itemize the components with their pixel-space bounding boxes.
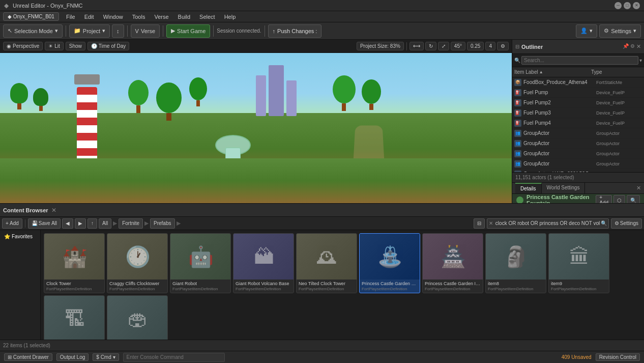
project-button[interactable]: 📁 Project ▾ (69, 24, 110, 38)
search-actor-btn[interactable]: 🔍 (627, 195, 640, 203)
cb-close-icon[interactable]: ✕ (51, 207, 56, 214)
time-of-day-button[interactable]: 🕐 Time of Day (87, 42, 130, 50)
show-button[interactable]: Show (66, 42, 85, 50)
cb-item[interactable]: ⛲ Princess Castle Garden Fountain FortPl… (359, 233, 420, 293)
scale-btn[interactable]: ⤢ (438, 42, 449, 50)
cb-item-info: item8 FortPlaysetItemDefinition (486, 280, 546, 293)
tab-world-settings[interactable]: World Settings (542, 183, 586, 193)
cb-search-clear-icon[interactable]: ✕ (489, 220, 493, 226)
cb-all-button[interactable]: All (99, 218, 111, 229)
cb-add-button[interactable]: + Add (2, 218, 22, 229)
cb-item[interactable]: 🏰 Clock Tower FortPlaysetItemDefinition (44, 233, 105, 293)
cb-gear-icon: ⚙ (614, 220, 619, 226)
output-log-button[interactable]: Output Log (56, 353, 89, 361)
project-dropdown-icon: ▾ (102, 27, 105, 34)
menu-help[interactable]: Help (220, 13, 240, 21)
cb-up-button[interactable]: ↑ (87, 218, 97, 229)
outliner-search-input[interactable] (521, 56, 638, 65)
outliner-settings-icon[interactable]: ⚙ (630, 43, 635, 50)
snap-translate[interactable]: 0.25 (467, 42, 484, 50)
menu-tools[interactable]: Tools (128, 13, 150, 21)
cb-search-dropdown-icon[interactable]: ▾ (598, 221, 600, 226)
snap-rotate[interactable]: 45° (451, 42, 465, 50)
lit-button[interactable]: ☀ Lit (45, 42, 64, 50)
menu-edit[interactable]: Edit (80, 13, 98, 21)
start-game-button[interactable]: ▶ Start Game (166, 24, 210, 38)
outliner-pin-icon[interactable]: 📌 (623, 43, 629, 50)
translate-btn[interactable]: ⟷ (409, 42, 424, 50)
cb-item[interactable]: 🏯 Princess Castle Garden Intersection Fo… (422, 233, 483, 293)
cb-item[interactable]: 🕐 Craggy Cliffs Clocktower FortPlaysetIt… (107, 233, 168, 293)
outliner-item[interactable]: ⛽ Fuel Pump4 Device_FuelP (512, 118, 644, 128)
menu-verse[interactable]: Verse (150, 13, 172, 21)
cb-item[interactable]: 🕰 Neo Tilted Clock Tower FortPlaysetItem… (296, 233, 357, 293)
project-size-indicator[interactable]: Project Size: 83% (357, 42, 404, 50)
cb-settings-button[interactable]: ⚙ Settings (611, 218, 642, 229)
cb-item[interactable]: 🏔 Giant Robot Volcano Base FortPlaysetIt… (233, 233, 294, 293)
cb-item[interactable]: 🏛 item9 FortPlaysetItemDefinition (548, 233, 609, 293)
cb-back-button[interactable]: ◀ (62, 218, 73, 229)
cb-item-icon: ⛲ (377, 245, 403, 269)
outliner-search-bar: 🔍 ▾ (512, 54, 644, 67)
outliner-item[interactable]: 📦 FoodBox_Produce_Athena4 FortStaticMe (512, 77, 644, 88)
push-changes-button[interactable]: ↑ Push Changes : (268, 24, 322, 38)
menu-select[interactable]: Select (195, 13, 219, 21)
perspective-button[interactable]: ◉ Perspective (3, 42, 43, 50)
cb-item[interactable]: 🏗 item10 FortPlaysetItemDefinition (44, 295, 105, 340)
item-type-icon: 👥 (514, 130, 521, 137)
outliner-close-icon[interactable]: ✕ (636, 43, 641, 50)
cb-item-info: Giant Robot FortPlaysetItemDefinition (170, 280, 230, 293)
maximize-button[interactable]: □ (624, 2, 631, 9)
console-input[interactable] (123, 353, 225, 362)
cb-filter-button[interactable]: ⊟ (474, 218, 485, 229)
menu-file[interactable]: File (62, 13, 79, 21)
outliner-item[interactable]: 👥 GroupActor GroupActor (512, 128, 644, 138)
outliner-item[interactable]: ⛽ Fuel Pump Device_FuelP (512, 88, 644, 98)
revision-control-button[interactable]: Revision Control (596, 353, 640, 361)
outliner-title: Outliner (521, 44, 543, 50)
blueprint-icon-btn[interactable]: ⬡ (613, 195, 625, 203)
details-close-icon[interactable]: ✕ (636, 185, 641, 191)
item-type-label: FortStaticMe (596, 80, 642, 85)
cb-fortnite-button[interactable]: Fortnite (119, 218, 143, 229)
tab-details[interactable]: Details (515, 183, 542, 193)
add-component-button[interactable]: + Add (596, 195, 612, 203)
transform-button[interactable]: ↕ (112, 24, 124, 38)
cb-forward-button[interactable]: ▶ (75, 218, 86, 229)
cb-item[interactable]: 🏟 item11 FortPlaysetItemDefinition (107, 295, 168, 340)
outliner-item[interactable]: ⛽ Fuel Pump3 Device_FuelP (512, 108, 644, 118)
title-bar-text: Unreal Editor - Onyx_FNMC (13, 3, 83, 9)
push-icon: ↑ (273, 28, 276, 34)
outliner-item[interactable]: 👥 GroupActor GroupActor (512, 138, 644, 149)
minimize-button[interactable]: ─ (614, 2, 622, 9)
verse-button[interactable]: V Verse (131, 24, 160, 38)
cb-search-input[interactable] (487, 218, 609, 229)
item-type-label: GroupActor (596, 161, 642, 166)
cmd-button[interactable]: $ Cmd ▾ (93, 353, 119, 361)
viewport-area: ◉ Perspective ☀ Lit Show 🕐 Time of Day P… (0, 40, 512, 203)
menu-window[interactable]: Window (99, 13, 127, 21)
cb-sidebar-favorites[interactable]: ⭐ Favorites (2, 232, 38, 241)
cb-item[interactable]: 🤖 Giant Robot FortPlaysetItemDefinition (170, 233, 231, 293)
menu-build[interactable]: Build (174, 13, 194, 21)
cb-save-all-button[interactable]: 💾 Save All (28, 218, 61, 229)
outliner-filter-icon[interactable]: ▾ (639, 58, 642, 63)
snap-size[interactable]: 4 (485, 42, 495, 50)
outliner-item[interactable]: 👥 GroupActor GroupActor (512, 149, 644, 159)
viewport-canvas[interactable] (0, 53, 512, 203)
selection-mode-button[interactable]: ↖ Selection Mode ▾ (3, 24, 63, 38)
camera-settings[interactable]: ⚙ (497, 42, 509, 50)
item-type-label: GroupActor (596, 141, 642, 146)
settings-button[interactable]: ⚙ Settings ▾ (599, 24, 641, 38)
users-button[interactable]: 👤 ▾ (576, 24, 597, 38)
rotate-btn[interactable]: ↻ (425, 42, 436, 50)
cb-prefabs-button[interactable]: Prefabs (150, 218, 174, 229)
outliner-item[interactable]: ⛽ Fuel Pump2 Device_FuelP (512, 98, 644, 108)
item-type-icon: 👥 (514, 140, 521, 147)
outliner-item[interactable]: 👥 GroupActor GroupActor (512, 159, 644, 169)
cb-item-icon: 🏟 (128, 308, 148, 330)
close-button[interactable]: ✕ (633, 2, 640, 9)
ground-foreground (0, 158, 512, 204)
content-drawer-button[interactable]: ⊞ Content Drawer (4, 353, 52, 361)
cb-item[interactable]: 🗿 item8 FortPlaysetItemDefinition (485, 233, 546, 293)
